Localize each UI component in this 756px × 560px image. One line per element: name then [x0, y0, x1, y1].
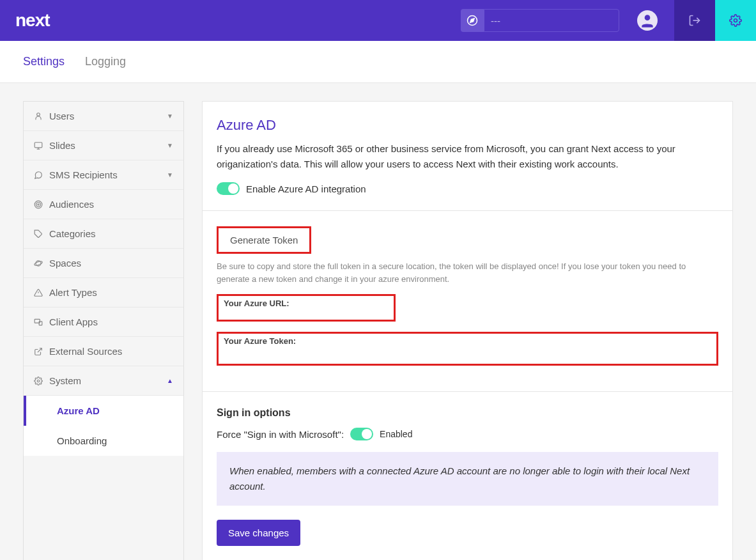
svg-point-4	[734, 19, 737, 22]
app-header: next	[0, 0, 756, 41]
force-signin-toggle[interactable]	[350, 428, 373, 440]
search-input[interactable]	[484, 9, 619, 32]
main-content: Users ▼ Slides ▼ SMS Recipients ▼ Audien…	[0, 83, 756, 560]
svg-marker-1	[470, 19, 474, 22]
planet-icon	[34, 259, 43, 268]
azure-desc: If you already use Microsoft 365 or othe…	[217, 141, 718, 172]
sidebar-item-client-apps[interactable]: Client Apps	[24, 307, 183, 337]
azure-title: Azure AD	[217, 117, 718, 134]
sidebar-item-users[interactable]: Users ▼	[24, 102, 183, 131]
compass-icon[interactable]	[461, 9, 484, 32]
svg-point-5	[37, 113, 40, 116]
sidebar-item-label: Categories	[49, 228, 96, 239]
azure-token-box: Your Azure Token:	[217, 332, 718, 366]
sidebar-system-submenu: Azure AD Onboarding	[24, 396, 183, 456]
monitor-icon	[34, 141, 43, 150]
sidebar-item-label: Users	[49, 111, 74, 121]
enable-azure-row: Enable Azure AD integration	[217, 182, 718, 195]
sidebar-sub-onboarding[interactable]: Onboarding	[24, 426, 183, 456]
settings-gear-button[interactable]	[715, 0, 756, 41]
tag-icon	[34, 229, 43, 238]
svg-line-19	[38, 348, 42, 352]
sidebar-item-label: Audiences	[49, 199, 94, 210]
sidebar-item-label: SMS Recipients	[49, 169, 118, 180]
external-icon	[34, 347, 43, 356]
svg-rect-6	[35, 142, 42, 147]
token-section: Generate Token Be sure to copy and store…	[203, 211, 732, 392]
sidebar-item-alert-types[interactable]: Alert Types	[24, 278, 183, 307]
settings-sidebar: Users ▼ Slides ▼ SMS Recipients ▼ Audien…	[23, 101, 184, 560]
sidebar-item-label: System	[49, 375, 81, 386]
chevron-down-icon: ▼	[167, 113, 173, 120]
gear-icon	[34, 377, 43, 385]
save-changes-button[interactable]: Save changes	[217, 520, 300, 546]
svg-point-14	[34, 260, 43, 266]
svg-point-2	[645, 15, 651, 20]
chevron-down-icon: ▼	[167, 171, 173, 178]
azure-token-label: Your Azure Token:	[224, 336, 711, 346]
sidebar-item-system[interactable]: System ▲	[24, 366, 183, 396]
azure-url-box: Your Azure URL:	[217, 294, 396, 322]
force-signin-row: Force "Sign in with Microsoft": Enabled	[217, 428, 718, 440]
force-signin-status: Enabled	[380, 429, 412, 439]
enable-azure-toggle[interactable]	[217, 182, 240, 195]
tab-bar: Settings Logging	[0, 41, 756, 83]
logout-button[interactable]	[674, 0, 715, 41]
sidebar-item-categories[interactable]: Categories	[24, 219, 183, 249]
devices-icon	[34, 318, 43, 327]
alert-icon	[34, 288, 43, 297]
azure-section: Azure AD If you already use Microsoft 36…	[203, 102, 732, 211]
tab-settings[interactable]: Settings	[23, 55, 65, 68]
enable-azure-label: Enable Azure AD integration	[246, 183, 366, 194]
message-icon	[34, 171, 43, 180]
sidebar-item-sms[interactable]: SMS Recipients ▼	[24, 160, 183, 190]
chevron-down-icon: ▼	[167, 142, 173, 149]
sidebar-item-audiences[interactable]: Audiences	[24, 190, 183, 219]
force-signin-label: Force "Sign in with Microsoft":	[217, 429, 344, 440]
sidebar-item-slides[interactable]: Slides ▼	[24, 131, 183, 160]
svg-point-11	[38, 203, 39, 205]
signin-title: Sign in options	[217, 407, 718, 419]
sidebar-item-external-sources[interactable]: External Sources	[24, 337, 183, 366]
sidebar-item-label: Client Apps	[49, 316, 98, 327]
sidebar-item-label: Alert Types	[49, 287, 97, 298]
generate-token-button[interactable]: Generate Token	[217, 226, 311, 254]
svg-point-10	[36, 202, 41, 206]
logo: next	[15, 10, 50, 31]
tab-logging[interactable]: Logging	[85, 55, 126, 68]
sidebar-item-label: Slides	[49, 140, 75, 151]
avatar[interactable]	[637, 10, 658, 31]
token-hint: Be sure to copy and store the full token…	[217, 260, 718, 285]
signin-info: When enabled, members with a connected A…	[217, 452, 718, 506]
content-panel: Azure AD If you already use Microsoft 36…	[202, 101, 733, 560]
sidebar-item-spaces[interactable]: Spaces	[24, 249, 183, 278]
azure-url-label: Your Azure URL:	[224, 299, 389, 308]
sidebar-sub-azure-ad[interactable]: Azure AD	[24, 396, 183, 426]
target-icon	[34, 200, 43, 209]
sidebar-item-label: Spaces	[49, 258, 81, 268]
sidebar-item-label: External Sources	[49, 346, 122, 357]
svg-point-20	[37, 380, 40, 382]
search-wrap	[461, 9, 619, 32]
chevron-up-icon: ▲	[167, 377, 173, 384]
signin-section: Sign in options Force "Sign in with Micr…	[203, 392, 732, 560]
user-icon	[34, 112, 43, 121]
